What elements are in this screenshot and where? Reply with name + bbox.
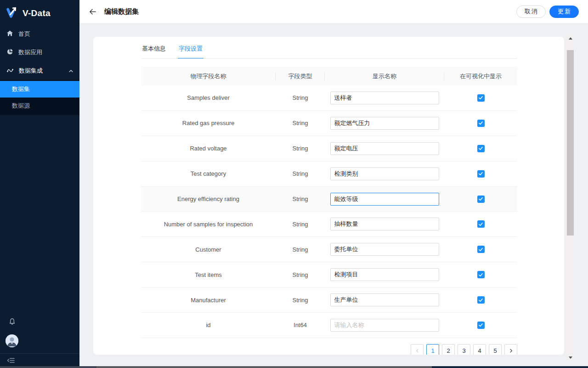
chevron-up-icon bbox=[68, 69, 74, 74]
tab-basic-info[interactable]: 基本信息 bbox=[141, 37, 167, 58]
visible-checkbox[interactable] bbox=[477, 196, 485, 203]
visible-checkbox[interactable] bbox=[477, 220, 485, 228]
display-name-input[interactable] bbox=[330, 193, 439, 206]
table-body: Samples deliver String Rated gas pressur… bbox=[141, 86, 517, 338]
field-type: String bbox=[276, 145, 325, 152]
display-name-input[interactable] bbox=[330, 293, 439, 306]
edit-dataset-card: 基本信息 字段设置 物理字段名称 字段类型 显示名称 在可视化中显示 Sampl… bbox=[93, 37, 564, 355]
collapse-sidebar-icon[interactable] bbox=[7, 357, 15, 366]
tab-field-settings[interactable]: 字段设置 bbox=[178, 37, 204, 59]
pie-chart-icon bbox=[6, 48, 13, 57]
table-row: Rated gas pressure String bbox=[141, 111, 517, 136]
sidebar-item-label: 数据应用 bbox=[18, 48, 42, 57]
pagination-page-button[interactable]: 1 bbox=[426, 344, 439, 355]
physical-field-name: Samples deliver bbox=[141, 94, 276, 101]
field-type: Int64 bbox=[276, 322, 325, 328]
physical-field-name: Test category bbox=[141, 170, 276, 177]
column-header-display-name: 显示名称 bbox=[325, 72, 444, 80]
display-name-input[interactable] bbox=[330, 268, 439, 281]
pagination-page-button[interactable]: 2 bbox=[442, 344, 455, 355]
field-type: String bbox=[276, 170, 325, 177]
display-name-input[interactable] bbox=[330, 142, 439, 155]
avatar[interactable] bbox=[6, 334, 18, 347]
pagination-page-button[interactable]: 5 bbox=[489, 344, 502, 355]
field-type: String bbox=[276, 297, 325, 304]
topbar-actions: 取消 更新 bbox=[516, 6, 579, 18]
pagination-page-button[interactable]: 4 bbox=[473, 344, 486, 355]
page-title: 编辑数据集 bbox=[104, 7, 139, 16]
sidebar-item-data-apps[interactable]: 数据应用 bbox=[0, 43, 79, 62]
sidebar-item-home[interactable]: 首页 bbox=[0, 25, 79, 43]
physical-field-name: id bbox=[141, 322, 276, 328]
update-button[interactable]: 更新 bbox=[549, 6, 579, 18]
visible-checkbox[interactable] bbox=[477, 246, 485, 253]
top-bar: 编辑数据集 取消 更新 bbox=[79, 0, 588, 23]
field-type: String bbox=[276, 196, 325, 202]
visible-checkbox[interactable] bbox=[477, 322, 485, 329]
table-row: Test items String bbox=[141, 262, 517, 288]
sidebar-subitem-datasource[interactable]: 数据源 bbox=[0, 98, 79, 114]
pagination-next-button[interactable] bbox=[504, 344, 517, 355]
pagination-prev-button[interactable] bbox=[411, 344, 424, 355]
sidebar-item-data-integration[interactable]: 数据集成 bbox=[0, 62, 79, 80]
visible-checkbox[interactable] bbox=[477, 271, 485, 278]
table-row: Manufacturer String bbox=[141, 288, 517, 313]
vertical-scrollbar[interactable] bbox=[566, 34, 574, 361]
physical-field-name: Rated gas pressure bbox=[141, 120, 276, 126]
sidebar-divider bbox=[0, 353, 79, 354]
back-button[interactable] bbox=[89, 8, 96, 16]
scroll-up-arrow-icon[interactable] bbox=[566, 34, 574, 42]
column-header-physical-field-name: 物理字段名称 bbox=[141, 72, 276, 80]
field-type: String bbox=[276, 271, 325, 278]
physical-field-name: Customer bbox=[141, 246, 276, 253]
display-name-input[interactable] bbox=[330, 218, 439, 230]
table-row: Number of samples for inspection String bbox=[141, 212, 517, 237]
horizontal-scrollbar[interactable] bbox=[0, 366, 588, 368]
physical-field-name: Manufacturer bbox=[141, 297, 276, 304]
visible-checkbox[interactable] bbox=[477, 145, 485, 152]
table-row: Rated voltage String bbox=[141, 136, 517, 161]
visible-checkbox[interactable] bbox=[477, 170, 485, 178]
pagination-page-button[interactable]: 3 bbox=[458, 344, 470, 355]
tabs: 基本信息 字段设置 bbox=[141, 37, 204, 58]
horizontal-scrollbar-segment bbox=[0, 366, 96, 368]
scroll-down-arrow-icon[interactable] bbox=[566, 354, 574, 361]
table-row: Customer String bbox=[141, 237, 517, 262]
column-header-field-type: 字段类型 bbox=[276, 72, 325, 80]
horizontal-scrollbar-track bbox=[432, 366, 588, 368]
field-type: String bbox=[276, 94, 325, 101]
table-row: Samples deliver String bbox=[141, 86, 517, 111]
physical-field-name: Test items bbox=[141, 271, 276, 278]
display-name-input[interactable] bbox=[330, 167, 439, 180]
app-title: V-Data bbox=[23, 8, 51, 18]
bell-icon[interactable] bbox=[9, 318, 16, 327]
display-name-input[interactable] bbox=[330, 319, 439, 332]
table-header: 物理字段名称 字段类型 显示名称 在可视化中显示 bbox=[141, 67, 517, 86]
cancel-button[interactable]: 取消 bbox=[516, 6, 546, 18]
physical-field-name: Number of samples for inspection bbox=[141, 221, 276, 228]
visible-checkbox[interactable] bbox=[477, 94, 485, 102]
tabs-divider bbox=[141, 58, 517, 59]
integration-icon bbox=[6, 67, 14, 75]
pagination: 12345 bbox=[411, 344, 517, 355]
sidebar-subitem-dataset[interactable]: 数据集 bbox=[0, 81, 79, 98]
sidebar: V-Data 首页 数据应用 数据集成 数据集 数据源 bbox=[0, 0, 79, 368]
visible-checkbox[interactable] bbox=[477, 120, 485, 127]
logo[interactable]: V-Data bbox=[0, 0, 79, 25]
column-header-show-in-visualization: 在可视化中显示 bbox=[444, 72, 517, 80]
horizontal-scrollbar-thumb[interactable] bbox=[96, 366, 432, 368]
physical-field-name: Rated voltage bbox=[141, 145, 276, 152]
vertical-scrollbar-thumb[interactable] bbox=[567, 50, 574, 236]
display-name-input[interactable] bbox=[330, 92, 439, 104]
sidebar-item-label: 数据集成 bbox=[19, 67, 43, 75]
sidebar-item-label: 首页 bbox=[18, 30, 30, 38]
pagination-pages: 12345 bbox=[426, 344, 502, 355]
table-row: id Int64 bbox=[141, 313, 517, 338]
table-row: Test category String bbox=[141, 161, 517, 187]
field-type: String bbox=[276, 246, 325, 253]
sidebar-submenu: 数据集 数据源 bbox=[0, 80, 79, 115]
display-name-input[interactable] bbox=[330, 243, 439, 256]
table-row: Energy efficiency rating String bbox=[141, 187, 517, 212]
visible-checkbox[interactable] bbox=[477, 296, 485, 304]
display-name-input[interactable] bbox=[330, 117, 439, 130]
